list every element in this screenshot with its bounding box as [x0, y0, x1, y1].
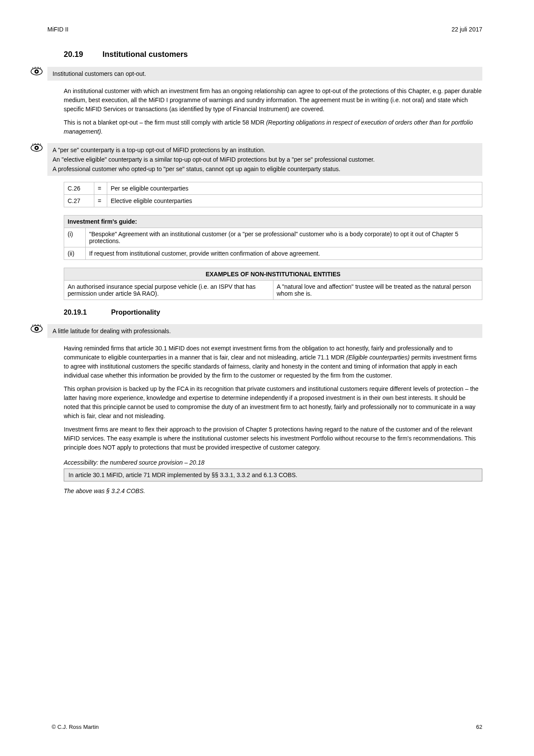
table-row: An authorised insurance special purpose … — [64, 281, 482, 300]
guide-table: Investment firm's guide: (i) "Bespoke" A… — [64, 215, 482, 260]
subsection-title-row: 20.19.1 Proportionality — [64, 309, 482, 316]
table-row: C.27 = Elective eligible counterparties — [64, 195, 482, 207]
callout-1: Institutional customers can opt-out. — [47, 67, 482, 81]
section-title-row: 20.19 Institutional customers — [64, 50, 482, 59]
eye-icon — [30, 143, 43, 153]
header-left: MiFID II — [47, 26, 68, 33]
table-header-row: Investment firm's guide: — [64, 216, 482, 228]
callout-row-1: Institutional customers can opt-out. — [47, 67, 482, 81]
table-row: (ii) If request from institutional custo… — [64, 247, 482, 260]
section-title: Institutional customers — [102, 50, 188, 59]
paragraph-3: Having reminded firms that article 30.1 … — [64, 344, 482, 452]
italic-note: The above was § 3.2.4 COBS. — [64, 487, 482, 496]
table-row: (i) "Bespoke" Agreement with an institut… — [64, 228, 482, 247]
subsection-title: Proportionality — [111, 309, 160, 316]
sub-callout: A little latitude for dealing with profe… — [47, 324, 482, 338]
subsection-number: 20.19.1 — [64, 309, 98, 316]
paragraph-5: Investment firms are meant to flex their… — [64, 425, 482, 452]
eye-icon — [30, 324, 43, 334]
paragraph-2: This is not a blanket opt-out – the firm… — [64, 118, 482, 136]
definitions-table: C.26 = Per se eligible counterparties C.… — [64, 182, 482, 207]
callout-2: A "per se" counterparty is a top-up opt-… — [47, 143, 482, 176]
table-row: C.26 = Per se eligible counterparties — [64, 182, 482, 195]
paragraph-1: An institutional customer with which an … — [64, 87, 482, 136]
section-number: 20.19 — [64, 50, 90, 59]
callout-row-2: A "per se" counterparty is a top-up opt-… — [47, 143, 482, 176]
svg-point-2 — [36, 71, 37, 72]
footer-right: 62 — [476, 724, 482, 730]
page-footer: © C.J. Ross Martin 62 — [52, 724, 482, 730]
footer-left: © C.J. Ross Martin — [52, 724, 99, 730]
accessibility-title: Accessibility: the numbered source provi… — [64, 459, 482, 466]
callout-row-3: A little latitude for dealing with profe… — [47, 324, 482, 338]
examples-table: EXAMPLES OF NON-INSTITUTIONAL ENTITIES A… — [64, 268, 482, 300]
svg-point-5 — [36, 147, 37, 149]
eye-icon — [30, 67, 43, 76]
table-header-row: EXAMPLES OF NON-INSTITUTIONAL ENTITIES — [64, 268, 482, 281]
svg-point-8 — [36, 328, 37, 330]
accessibility-box: In article 30.1 MiFID, article 71 MDR im… — [64, 469, 482, 481]
page-header: MiFID II 22 juli 2017 — [47, 26, 482, 33]
paragraph-4: This orphan provision is backed up by th… — [64, 384, 482, 421]
header-right: 22 juli 2017 — [451, 26, 482, 33]
